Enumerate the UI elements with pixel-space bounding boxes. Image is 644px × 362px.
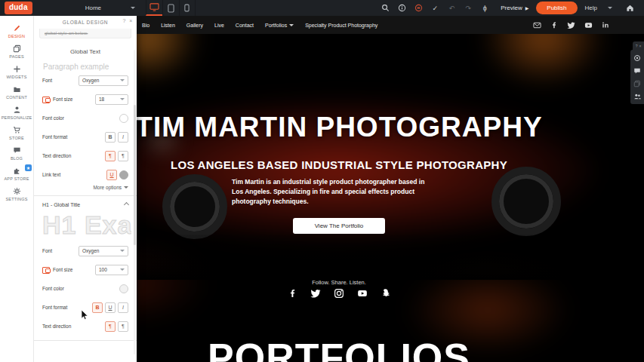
dev-mode-icon[interactable]: ɸ bbox=[476, 0, 493, 16]
sidebar-item-label: APP STORE bbox=[4, 176, 29, 181]
section-divider bbox=[34, 195, 137, 196]
h1-direction-ltr-button[interactable]: ¶ bbox=[105, 321, 116, 332]
chevron-down-icon bbox=[120, 250, 125, 252]
sidebar-item-app-store[interactable]: ★ APP STORE bbox=[0, 164, 33, 184]
font-family-dropdown[interactable]: Oxygen bbox=[79, 75, 128, 86]
device-switcher bbox=[146, 0, 196, 16]
chevron-down-icon bbox=[608, 7, 612, 9]
sidebar-item-blog[interactable]: BLOG bbox=[0, 143, 33, 164]
link-color-swatch[interactable] bbox=[119, 170, 128, 179]
email-icon[interactable] bbox=[533, 21, 541, 29]
hero-body-text: Tim Martin is an industrial style produc… bbox=[232, 177, 437, 207]
panel-help-icon[interactable]: ? bbox=[123, 18, 127, 23]
h1-font-family-value: Oxygen bbox=[82, 248, 99, 253]
feedback-icon[interactable] bbox=[410, 0, 427, 16]
italic-button[interactable]: I bbox=[118, 132, 128, 143]
font-format-label: Font format bbox=[42, 134, 67, 140]
info-icon[interactable] bbox=[393, 0, 410, 16]
chevron-down-icon bbox=[124, 186, 128, 189]
scrolled-description-card: global style art below. bbox=[39, 29, 131, 38]
section-divider bbox=[34, 340, 137, 341]
nav-item-contact[interactable]: Contact bbox=[236, 23, 254, 28]
toolbar-help[interactable]: ? bbox=[636, 44, 638, 48]
h1-font-family-dropdown[interactable]: Oxygen bbox=[79, 246, 128, 256]
sidebar-item-label: STORE bbox=[9, 136, 24, 140]
sidebar-item-content[interactable]: CONTENT bbox=[0, 82, 33, 103]
sidebar-item-label: PERSONALIZE bbox=[2, 115, 32, 120]
more-options-link[interactable]: More options bbox=[42, 185, 128, 190]
publish-button[interactable]: Publish bbox=[536, 2, 577, 14]
help-dropdown[interactable]: Help bbox=[585, 5, 612, 11]
tablet-device-button[interactable] bbox=[162, 0, 179, 16]
dashboard-home-icon[interactable] bbox=[621, 0, 638, 16]
direction-rtl-button[interactable]: ¶ bbox=[118, 151, 128, 161]
snapchat-icon[interactable] bbox=[381, 288, 390, 298]
facebook-icon[interactable] bbox=[288, 288, 297, 298]
font-size-dropdown[interactable]: 18 bbox=[95, 94, 128, 105]
versions-icon[interactable] bbox=[630, 77, 644, 90]
sidebar-item-design[interactable]: DESIGN bbox=[0, 21, 33, 41]
sidebar-item-settings[interactable]: SETTINGS bbox=[0, 184, 33, 204]
chevron-down-icon bbox=[120, 79, 125, 81]
panel-header: GLOBAL DESIGN ? × bbox=[34, 16, 137, 29]
bold-button[interactable]: B bbox=[105, 132, 116, 143]
global-text-heading: Global Text bbox=[34, 48, 137, 55]
toolbar-handle[interactable]: ? × bbox=[633, 41, 644, 50]
chevron-up-icon bbox=[124, 202, 129, 207]
editor-sidebar: DESIGN PAGES WIDGETS CONTENT PERSONALIZE… bbox=[0, 16, 34, 362]
screenshot-icon[interactable] bbox=[630, 51, 644, 64]
view-portfolio-button[interactable]: View The Portfolio bbox=[293, 218, 385, 234]
linkedin-icon[interactable] bbox=[602, 21, 609, 29]
h1-bold-button[interactable]: B bbox=[92, 302, 103, 313]
help-label: Help bbox=[585, 5, 597, 11]
responsive-size-icon bbox=[42, 97, 51, 103]
nav-item-bio[interactable]: Bio bbox=[142, 23, 149, 28]
instagram-icon[interactable] bbox=[334, 288, 344, 299]
gear-icon bbox=[13, 187, 21, 195]
font-label: Font bbox=[42, 78, 52, 83]
h1-underline-button[interactable]: U bbox=[105, 302, 116, 313]
nav-item-listen[interactable]: Listen bbox=[161, 23, 175, 28]
sidebar-item-store[interactable]: STORE bbox=[0, 123, 33, 143]
sidebar-item-label: PAGES bbox=[9, 54, 24, 59]
sidebar-item-widgets[interactable]: WIDGETS bbox=[0, 62, 33, 82]
preview-button[interactable]: Preview ▶ bbox=[501, 5, 528, 11]
speech-bubble-icon bbox=[13, 146, 21, 155]
h1-font-size-dropdown[interactable]: 100 bbox=[95, 265, 128, 275]
sidebar-item-pages[interactable]: PAGES bbox=[0, 41, 33, 62]
sidebar-item-label: WIDGETS bbox=[6, 75, 26, 79]
desktop-device-button[interactable] bbox=[146, 0, 162, 16]
redo-icon[interactable]: ↷ bbox=[460, 0, 476, 16]
h1-font-color-swatch[interactable] bbox=[119, 284, 128, 293]
twitter-icon[interactable] bbox=[310, 288, 321, 299]
team-icon[interactable] bbox=[630, 90, 644, 103]
sidebar-item-personalize[interactable]: PERSONALIZE bbox=[0, 103, 33, 123]
duda-logo[interactable]: duda bbox=[5, 2, 32, 14]
font-color-swatch[interactable] bbox=[119, 114, 128, 123]
h1-italic-button[interactable]: I bbox=[118, 302, 128, 313]
youtube-icon[interactable] bbox=[357, 288, 368, 299]
twitter-icon[interactable] bbox=[567, 21, 575, 29]
h1-section-header[interactable]: H1 - Global Title bbox=[42, 202, 128, 207]
mobile-device-button[interactable] bbox=[179, 0, 196, 16]
nav-item-live[interactable]: Live bbox=[214, 23, 224, 28]
comments-icon[interactable] bbox=[630, 64, 644, 77]
toolbar-close[interactable]: × bbox=[639, 44, 641, 48]
h1-direction-rtl-button[interactable]: ¶ bbox=[118, 321, 128, 332]
direction-ltr-button[interactable]: ¶ bbox=[105, 151, 116, 161]
page-selector-dropdown[interactable]: Home bbox=[85, 5, 138, 11]
youtube-icon[interactable] bbox=[584, 21, 593, 29]
panel-close-icon[interactable]: × bbox=[129, 18, 133, 23]
more-options-label: More options bbox=[93, 185, 122, 190]
search-icon[interactable] bbox=[377, 0, 393, 16]
facebook-icon[interactable] bbox=[550, 21, 558, 29]
nav-item-portfolios[interactable]: Portfolios bbox=[265, 23, 294, 28]
save-check-icon[interactable]: ✓ bbox=[427, 0, 443, 16]
undo-icon[interactable]: ↶ bbox=[443, 0, 460, 16]
paragraph-example-preview: Paragraph example bbox=[43, 63, 128, 71]
nav-item-gallery[interactable]: Gallery bbox=[186, 23, 203, 28]
sidebar-item-label: CONTENT bbox=[6, 95, 27, 100]
link-underline-button[interactable]: U bbox=[106, 170, 117, 180]
nav-item-specialty[interactable]: Specialty Product Photography bbox=[305, 23, 377, 28]
panel-scrollbar[interactable] bbox=[134, 50, 136, 354]
